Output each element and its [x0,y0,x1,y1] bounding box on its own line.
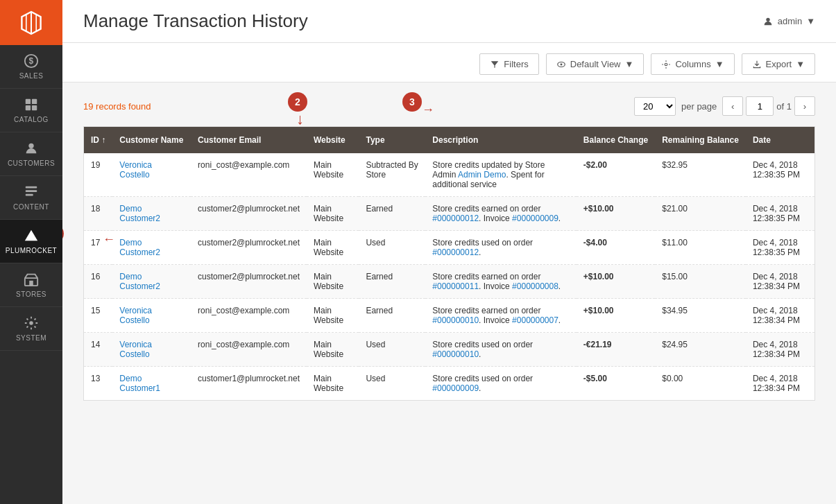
cell-remaining-balance: $0.00 [655,367,746,401]
transactions-table: ID ↑ Customer Name Customer Email Websit… [83,126,815,401]
table-row: 16Demo Customer2customer2@plumrocket.net… [84,265,815,299]
table-row: 15Veronica Costelloroni_cost@example.com… [84,299,815,333]
cell-customer-name: Demo Customer2 [112,231,191,265]
svg-point-18 [665,63,668,66]
col-remaining-balance: Remaining Balance [655,127,746,154]
sidebar-item-customers[interactable]: CUSTOMERS [0,132,62,176]
cell-website: Main Website [307,299,359,333]
annotation-badge-2: 2 [288,92,307,112]
cell-balance-change: -$2.00 [577,153,655,197]
cell-website: Main Website [307,367,359,401]
cell-type: Used [359,333,425,367]
per-page-select[interactable]: 20 30 50 100 200 [634,97,676,116]
cell-balance-change: +$10.00 [577,265,655,299]
cell-customer-name: Demo Customer2 [112,265,191,299]
sidebar-item-system[interactable]: SYSTEM [0,307,62,351]
svg-marker-10 [25,230,37,241]
admin-demo-link[interactable]: Admin Demo [458,170,506,180]
user-icon [762,16,774,27]
customer-name-link[interactable]: Demo Customer2 [119,272,160,291]
col-type: Type [359,127,425,154]
cell-remaining-balance: $24.95 [655,333,746,367]
export-button[interactable]: Export ▼ [742,53,815,75]
columns-dropdown-icon: ▼ [715,59,724,69]
col-date: Date [746,127,815,154]
cell-type: Earned [359,197,425,231]
order-link[interactable]: #000000012 [432,214,479,223]
svg-text:$: $ [28,56,33,66]
customer-name-link[interactable]: Veronica Costello [119,160,152,180]
cell-description: Store credits earned on order #000000011… [425,265,577,299]
cell-customer-name: Veronica Costello [112,153,191,197]
cell-remaining-balance: $34.95 [655,299,746,333]
sidebar-item-stores-label: STORES [16,290,46,298]
customer-name-link[interactable]: Veronica Costello [119,306,152,325]
order-link[interactable]: #000000010 [432,349,479,359]
sidebar-item-content[interactable]: CONTENT [0,176,62,220]
next-page-button[interactable]: › [794,96,815,116]
cell-description: Store credits earned on order #000000012… [425,197,577,231]
order-link[interactable]: #000000009 [432,383,479,393]
sidebar: $ SALES CATALOG CUSTOMERS CONTENT PLU [0,0,62,504]
cell-balance-change: -€21.19 [577,333,655,367]
filter-icon [490,60,500,69]
user-menu[interactable]: admin ▼ [762,16,815,27]
cell-customer-name: Veronica Costello [112,299,191,333]
col-balance-change: Balance Change [577,127,655,154]
sidebar-item-stores[interactable]: STORES [0,263,62,307]
annotation-badge-1: 1 [62,224,64,243]
customer-name-link[interactable]: Demo Customer2 [119,204,160,223]
sidebar-logo[interactable] [0,0,62,45]
page-input[interactable] [746,96,774,116]
records-found: 19 records found [83,101,151,112]
export-icon [752,60,762,69]
sidebar-item-sales-label: SALES [19,72,44,80]
page-header: Manage Transaction History admin ▼ [62,0,836,43]
sidebar-item-plumrocket[interactable]: PLUMROCKET [0,220,62,263]
default-view-button[interactable]: Default View ▼ [546,53,645,75]
invoice-link[interactable]: #000000007 [512,315,558,325]
sidebar-item-catalog[interactable]: CATALOG [0,89,62,132]
cell-date: Dec 4, 2018 12:38:34 PM [746,265,815,299]
order-link[interactable]: #000000012 [432,247,479,257]
cell-type: Earned [359,299,425,333]
cell-id: 14 [84,333,113,367]
cell-website: Main Website [307,333,359,367]
columns-icon [661,60,671,69]
cell-website: Main Website [307,153,359,197]
table-row: 18Demo Customer2customer2@plumrocket.net… [84,197,815,231]
toolbar: Filters Default View ▼ Columns ▼ [62,43,836,82]
eye-icon [556,60,566,69]
prev-page-button[interactable]: ‹ [722,96,743,116]
svg-rect-2 [26,99,31,104]
col-id[interactable]: ID ↑ [84,127,113,154]
sidebar-item-system-label: SYSTEM [16,334,46,342]
sidebar-item-sales[interactable]: $ SALES [0,45,62,89]
filters-button[interactable]: Filters [479,53,538,75]
cell-website: Main Website [307,265,359,299]
invoice-link[interactable]: #000000008 [512,281,558,291]
sidebar-item-content-label: CONTENT [13,203,49,211]
col-customer-email: Customer Email [191,127,307,154]
cell-balance-change: +$10.00 [577,299,655,333]
columns-button[interactable]: Columns ▼ [651,53,734,75]
svg-rect-9 [26,194,33,196]
svg-rect-3 [32,99,37,104]
customer-name-link[interactable]: Veronica Costello [119,340,152,359]
table-row: 19Veronica Costelloroni_cost@example.com… [84,153,815,197]
customer-name-link[interactable]: Demo Customer1 [119,374,160,393]
cell-balance-change: +$10.00 [577,197,655,231]
cell-description: Store credits used on order #000000012. [425,231,577,265]
customer-name-link[interactable]: Demo Customer2 [119,238,160,257]
invoice-link[interactable]: #000000009 [512,214,558,223]
cell-customer-email: customer2@plumrocket.net [191,231,307,265]
cell-remaining-balance: $11.00 [655,231,746,265]
cell-remaining-balance: $32.95 [655,153,746,197]
cell-id: 16 [84,265,113,299]
cell-id: 18 [84,197,113,231]
cell-date: Dec 4, 2018 12:38:35 PM [746,197,815,231]
order-link[interactable]: #000000011 [432,281,479,291]
cell-date: Dec 4, 2018 12:38:34 PM [746,333,815,367]
order-link[interactable]: #000000010 [432,315,479,325]
cell-type: Subtracted By Store [359,153,425,197]
